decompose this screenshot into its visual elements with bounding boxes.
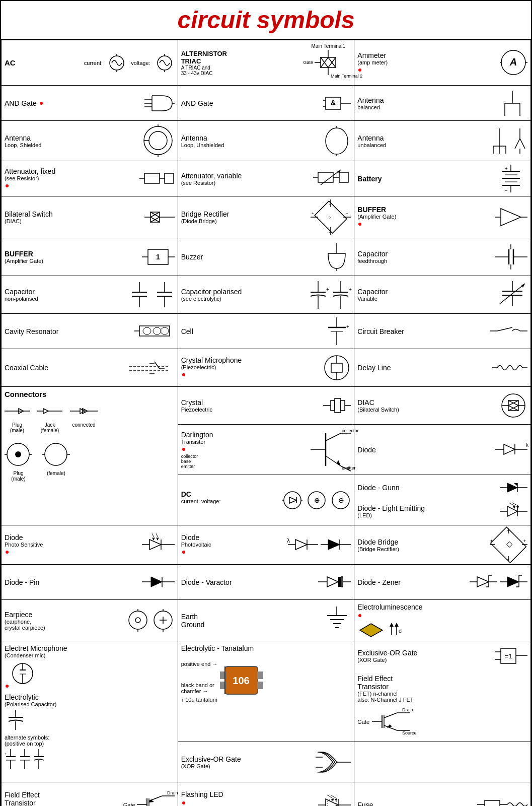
ac-cell: AC current: voltage: <box>5 54 175 72</box>
buzzer-cell: Buzzer <box>181 243 351 271</box>
svg-marker-251 <box>477 577 489 587</box>
svg-rect-169 <box>341 400 345 411</box>
svg-marker-72 <box>150 212 160 222</box>
buffer-1-cell: BUFFER (Amplifier Gate) <box>357 205 527 230</box>
svg-text:⊖: ⊖ <box>338 496 344 504</box>
svg-line-212 <box>509 503 515 506</box>
svg-text:k: k <box>526 442 529 448</box>
svg-point-126 <box>143 327 151 334</box>
diode-pin-symbol <box>142 573 175 591</box>
svg-line-343 <box>327 795 334 799</box>
crystal-microphone-cell: Crystal Microphone (Piezoelectric) <box>181 354 351 382</box>
svg-marker-257 <box>507 577 519 587</box>
diode-varactor-cell: Diode - Varactor <box>181 573 351 591</box>
diode-zener-cell: Diode - Zener <box>357 573 527 591</box>
diode-led-symbol <box>500 503 527 520</box>
svg-rect-306 <box>257 682 263 689</box>
svg-marker-276 <box>360 624 383 637</box>
diode-cell: Diode k <box>357 441 527 458</box>
diode-gunn-led-cell: Diode - Gunn Diode - Light Emitting <box>357 480 527 520</box>
buffer-2-symbol: 1 <box>142 244 175 270</box>
svg-point-127 <box>153 327 161 334</box>
darlington-symbol: collector emitter <box>311 428 351 471</box>
crystal-microphone-symbol <box>323 354 351 382</box>
svg-text:−: − <box>329 230 331 235</box>
darlington-cell: Darlington Transistor collector base emi… <box>181 428 351 471</box>
svg-point-36 <box>149 131 167 150</box>
svg-text:1: 1 <box>156 253 160 261</box>
svg-marker-246 <box>327 577 338 587</box>
capacitor-nonpolarised-symbol <box>129 282 175 307</box>
antenna-loop-shielded-cell: Antenna Loop, Shielded <box>5 124 175 157</box>
svg-point-263 <box>135 618 140 623</box>
diode-photo-cell: Diode Photo Sensitive <box>5 533 175 557</box>
svg-rect-248 <box>341 577 343 587</box>
svg-text:=1: =1 <box>505 652 512 660</box>
svg-text:+: + <box>523 539 526 544</box>
earpiece-cell: Earpiece (earphone, crystal earpiece) <box>5 609 175 632</box>
fet-pchannel-symbol: Gate Drain Source <box>123 788 175 806</box>
svg-line-317 <box>384 713 397 718</box>
svg-marker-228 <box>328 540 340 550</box>
earth-ground-symbol <box>323 607 351 634</box>
coaxial-cable-cell: Coaxial Cable <box>5 357 175 379</box>
fet-pchannel-cell: Field Effect Transistor (FET) p-channel … <box>5 788 175 806</box>
svg-line-140 <box>155 362 160 369</box>
svg-line-210 <box>512 503 519 506</box>
attenuator-fixed-cell: Attenuator, fixed (see Resistor) <box>5 167 175 190</box>
attenuator-variable-cell: Attenuator, variable (see Resistor) <box>181 167 351 190</box>
svg-line-341 <box>331 795 337 799</box>
bilateral-switch-cell: Bilateral Switch (DIAC) <box>5 205 175 230</box>
svg-rect-55 <box>165 173 174 183</box>
svg-point-160 <box>15 451 21 457</box>
buzzer-symbol <box>323 243 351 271</box>
ammeter-cell: Ammeter (amp meter) A <box>357 49 527 77</box>
svg-text:+: + <box>490 539 493 544</box>
antenna-balanced-cell: Antenna balanced <box>357 91 527 116</box>
electroluminescence-cell: Electroluminescence <box>357 603 527 638</box>
diode-bridge-cell: Diode Bridge (Bridge Rectifier) ◇ + + + … <box>357 528 527 561</box>
svg-rect-304 <box>257 671 263 679</box>
svg-text:⬦: ⬦ <box>328 214 331 220</box>
svg-marker-173 <box>508 400 518 411</box>
svg-marker-205 <box>514 483 517 486</box>
and-gate-1-symbol <box>144 93 175 113</box>
svg-marker-73 <box>150 212 160 222</box>
svg-marker-153 <box>43 409 48 414</box>
svg-marker-193 <box>289 497 296 503</box>
and-gate-2-cell: AND Gate & <box>181 93 351 113</box>
svg-line-180 <box>326 433 341 441</box>
crystal-piezoelectric-cell: Crystal Piezoelectric <box>181 394 351 417</box>
attenuator-variable-symbol <box>313 167 351 190</box>
svg-text:Drain: Drain <box>167 790 178 795</box>
svg-point-128 <box>161 327 169 334</box>
earth-ground-cell: Earth Ground <box>181 607 351 634</box>
xor-gate-2-symbol <box>316 750 351 775</box>
circuit-breaker-cell: Circuit Breaker <box>357 322 527 340</box>
flashing-led-cell: Flashing LED (Light Emitting Diode) (Ind… <box>181 790 351 807</box>
diode-photovoltaic-cell: Diode Photovoltaic λ <box>181 533 351 557</box>
fuse-cell: Fuse <box>357 796 527 806</box>
svg-text:+: + <box>349 287 352 292</box>
svg-text:Gate: Gate <box>303 60 314 65</box>
coaxial-cable-symbol <box>129 357 175 379</box>
svg-text:+: + <box>329 202 331 207</box>
battery-symbol: + − <box>495 165 527 192</box>
ac-label: AC <box>5 58 16 67</box>
antenna-loop-unshielded-symbol <box>323 126 351 156</box>
svg-marker-123 <box>521 284 525 288</box>
svg-marker-215 <box>149 540 161 550</box>
antenna-loop-shielded-symbol <box>142 124 175 157</box>
svg-marker-7 <box>321 57 336 68</box>
capacitor-feedthrough-cell: Capacitor feedthrough <box>357 244 527 270</box>
svg-rect-144 <box>331 363 342 372</box>
svg-text:Drain: Drain <box>402 707 413 712</box>
svg-marker-88 <box>501 209 521 226</box>
svg-text:&: & <box>331 99 336 107</box>
svg-marker-188 <box>504 444 515 454</box>
svg-rect-167 <box>331 400 335 411</box>
svg-text:−: − <box>505 188 508 193</box>
svg-rect-53 <box>144 173 160 183</box>
dc-cell: DC current: voltage: <box>181 490 351 510</box>
buffer-1-symbol <box>495 205 527 230</box>
